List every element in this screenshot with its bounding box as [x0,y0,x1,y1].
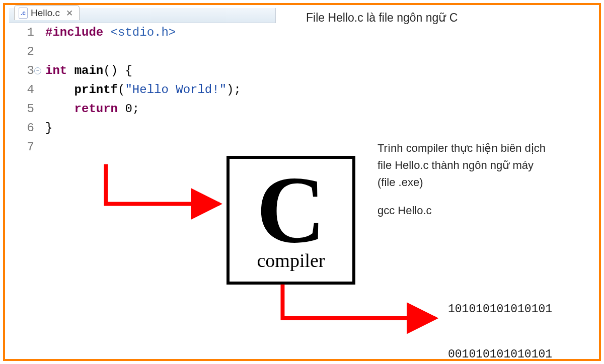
c-file-icon: .c [19,8,28,19]
line-number: 5 [9,100,38,119]
annotation-source-file: File Hello.c là file ngôn ngữ C [306,11,458,25]
code-line: 1 #include <stdio.h> [9,23,291,42]
editor-tab-filename: Hello.c [31,8,60,19]
binary-line: 001010101010101 [448,347,552,362]
line-number: 2 [9,42,38,61]
code-line: 6 } [9,119,291,138]
code-editor[interactable]: 1 #include <stdio.h> 2 3− int main() { 4… [9,23,291,157]
compiler-box: C compiler [226,156,355,285]
close-icon[interactable]: ✕ [66,8,73,19]
binary-line: 101010101010101 [448,302,552,317]
c-letter-icon: C [256,172,325,247]
line-number: 6 [9,119,38,138]
code-line: 5 return 0; [9,100,291,119]
annotation-line: Trình compiler thực hiện biên dịch [378,140,589,157]
line-number: 7 [9,138,38,157]
line-number: 1 [9,23,38,42]
fold-toggle-icon[interactable]: − [34,67,41,74]
editor-tab-bar: .c Hello.c ✕ [14,5,80,20]
code-line: 4 printf("Hello World!"); [9,80,291,100]
annotation-compiler: Trình compiler thực hiện biên dịch file … [378,140,589,219]
editor-tab-hello-c[interactable]: .c Hello.c ✕ [14,5,80,20]
compiler-caption: compiler [257,249,325,271]
code-line: 2 [9,42,291,61]
annotation-line: (file .exe) [378,174,589,191]
line-number: 3− [9,61,38,80]
diagram-frame: .c Hello.c ✕ 1 #include <stdio.h> 2 3− i… [3,3,601,361]
code-line: 7 [9,138,291,157]
annotation-line: file Hello.c thành ngôn ngữ máy [378,157,589,174]
annotation-command: gcc Hello.c [378,202,589,219]
code-line: 3− int main() { [9,61,291,80]
line-number: 4 [9,80,38,100]
binary-output: 101010101010101 001010101010101 11101010… [448,271,552,364]
